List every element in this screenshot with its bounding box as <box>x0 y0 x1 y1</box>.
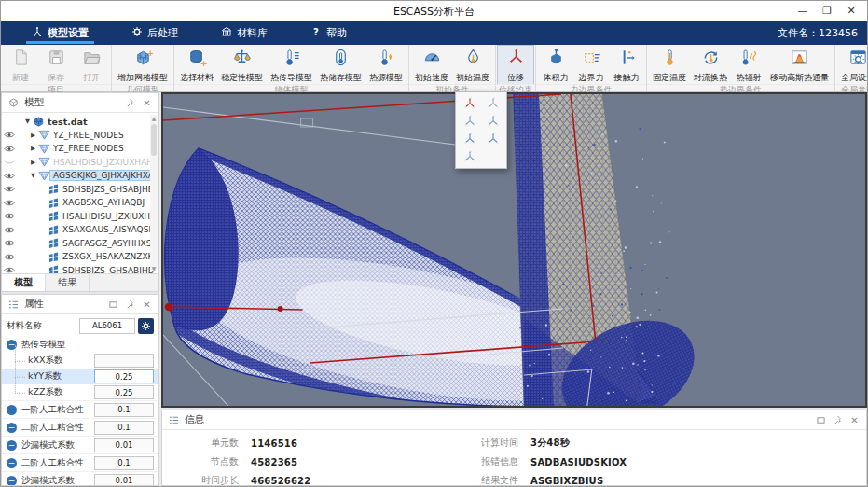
toolbar-button-label: 移动高斯热通量 <box>770 72 829 84</box>
collapse-minus-icon[interactable]: − <box>7 423 17 433</box>
property-value-field[interactable]: 0.25 <box>94 385 154 399</box>
toolbar-button-接触力[interactable]: 接触力 <box>609 46 644 84</box>
toolbar-button-初始速度[interactable]: 初始速度 <box>411 46 452 84</box>
expand-arrow-icon[interactable]: ▶ <box>29 145 37 152</box>
property-value-field[interactable]: 0.25 <box>94 369 154 383</box>
toolbar-button-全局设置[interactable]: 全局设置 <box>837 46 868 84</box>
tab-帮助[interactable]: ?帮助 <box>298 21 359 45</box>
material-settings-button[interactable] <box>138 318 154 334</box>
displacement-type-6[interactable] <box>481 132 504 146</box>
visibility-eye-icon[interactable] <box>2 131 16 139</box>
tree-item[interactable]: ▶HSALHDISU_JZXIUXHAHX <box>2 156 158 170</box>
pin-icon[interactable] <box>124 97 136 109</box>
tree-item[interactable]: XSAXGAUS_AISYAQSH_ASHX <box>2 223 158 237</box>
float-icon[interactable] <box>107 299 119 311</box>
scroll-down-icon[interactable]: ▼ <box>152 265 157 271</box>
grid-mesh-icon <box>47 184 60 194</box>
toolbar-button-位移[interactable]: 位移 <box>498 46 533 84</box>
displacement-type-1[interactable] <box>458 96 481 111</box>
tab-后处理[interactable]: 后处理 <box>119 21 190 45</box>
tab-模型设置[interactable]: 模型设置 <box>20 21 101 45</box>
property-value-field[interactable]: 0.1 <box>94 456 154 470</box>
thermal-store-icon <box>331 48 351 71</box>
toolbar-button-固定温度[interactable]: 固定温度 <box>649 46 690 84</box>
visibility-eye-icon[interactable] <box>2 226 16 234</box>
toolbar-button-热储存模型[interactable]: 热储存模型 <box>316 46 365 84</box>
pin-icon[interactable] <box>832 414 844 426</box>
maximize-button[interactable]: ❐ <box>815 1 839 21</box>
expand-arrow-icon[interactable]: ▶ <box>29 159 37 166</box>
tree-item[interactable]: SDHSBJZS_GHSABJHB_ZAHU <box>2 183 158 197</box>
displacement-type-5[interactable] <box>458 132 481 146</box>
close-icon[interactable]: ✕ <box>141 299 153 311</box>
expand-arrow-icon[interactable]: ▼ <box>29 172 37 179</box>
tree-item[interactable]: HSALHDISU_JZXIUXHAHX <box>2 210 158 224</box>
toolbar-button-选择材料[interactable]: +选择材料 <box>176 46 217 84</box>
pin-icon[interactable] <box>124 299 136 311</box>
scroll-up-icon[interactable]: ▲ <box>152 115 157 121</box>
displacement-type-4[interactable] <box>481 114 504 129</box>
visibility-eye-icon[interactable] <box>2 239 16 247</box>
displacement-type-7[interactable] <box>458 149 481 164</box>
collapse-minus-icon[interactable]: − <box>7 440 17 451</box>
property-value-field[interactable]: 0.01 <box>94 474 154 486</box>
toolbar-buttons: +选择材料稳定性模型热传导模型热储存模型热源模型 <box>174 45 408 84</box>
toolbar-button-初始温度[interactable]: 初始温度 <box>452 46 493 84</box>
property-label: 沙漏模式系数 <box>21 475 94 486</box>
tree-item[interactable]: ▶YZ_FREE_NODES <box>2 142 158 156</box>
toolbar-button-增加网格模型[interactable]: +增加网格模型 <box>114 46 172 84</box>
viewport-3d[interactable] <box>161 92 867 408</box>
tree-item[interactable]: SDHSBJZS_GHSABJHB_ZAHU <box>2 264 158 274</box>
toolbar-button-保存[interactable]: 保存 <box>38 46 74 84</box>
gear-icon <box>141 321 151 331</box>
collapse-minus-icon[interactable]: − <box>7 458 17 468</box>
close-button[interactable]: ✕ <box>839 1 863 21</box>
visibility-eye-icon[interactable] <box>2 185 16 193</box>
property-value-field[interactable]: 0.1 <box>94 421 154 435</box>
tree-scrollbar[interactable]: ▲▼ <box>150 115 158 271</box>
visibility-dim-icon[interactable] <box>2 158 16 166</box>
sidebar-tab-模型[interactable]: 模型 <box>2 274 46 291</box>
minimize-button[interactable]: — <box>791 1 815 21</box>
expand-arrow-icon[interactable]: ▶ <box>29 132 37 139</box>
tree-item[interactable]: ▼AGSGKJKG_GJHXAJKHXA <box>2 169 158 183</box>
float-icon[interactable] <box>815 414 827 426</box>
close-icon[interactable]: ✕ <box>848 414 861 426</box>
visibility-eye-icon[interactable] <box>2 199 16 207</box>
collapse-minus-icon[interactable]: − <box>7 405 17 415</box>
visibility-eye-icon[interactable] <box>2 145 16 153</box>
toolbar-button-边界力[interactable]: 边界力 <box>573 46 609 84</box>
visibility-eye-icon[interactable] <box>2 253 16 261</box>
collapse-minus-icon[interactable]: − <box>7 476 17 486</box>
toolbar-button-新建[interactable]: 新建 <box>3 46 38 84</box>
visibility-eye-icon[interactable] <box>2 172 16 180</box>
tree-item[interactable]: ▼test.dat <box>2 115 158 129</box>
property-value-field[interactable]: 0.1 <box>94 403 154 417</box>
expand-arrow-icon[interactable]: ▼ <box>23 118 32 125</box>
toolbar-button-稳定性模型[interactable]: 稳定性模型 <box>217 46 267 84</box>
visibility-eye-icon[interactable] <box>2 212 16 220</box>
toolbar-button-对流换热[interactable]: 对流换热 <box>690 46 731 84</box>
visibility-eye-icon[interactable] <box>2 266 16 273</box>
property-value-field[interactable]: AL6061 <box>79 318 135 334</box>
sidebar-tab-结果[interactable]: 结果 <box>46 274 90 291</box>
close-icon[interactable]: ✕ <box>141 97 153 109</box>
property-value-field[interactable] <box>94 354 154 368</box>
tab-材料库[interactable]: 材料库 <box>209 21 280 45</box>
toolbar-button-热辐射[interactable]: 热辐射 <box>731 46 766 84</box>
tri-mesh-icon <box>37 157 50 167</box>
tree-item[interactable]: ▶YZ_FREE_NODES <box>2 129 158 143</box>
displacement-type-3[interactable] <box>458 114 481 129</box>
toolbar-buttons: 全局设置 <box>835 45 868 84</box>
toolbar-button-热传导模型[interactable]: 热传导模型 <box>267 46 316 84</box>
toolbar-button-移动高斯热通量[interactable]: 移动高斯热通量 <box>766 46 833 84</box>
toolbar-button-体积力[interactable]: 体积力 <box>538 46 573 84</box>
toolbar-button-热源模型[interactable]: 热源模型 <box>365 46 406 84</box>
tree-item[interactable]: SAGFASGZ_ASYHHXSN <box>2 237 158 251</box>
property-value-field[interactable]: 0.01 <box>94 438 154 452</box>
displacement-type-2[interactable] <box>481 96 504 111</box>
tree-item[interactable]: ZSXGX_HSAKAZNZXK_AMASX <box>2 250 158 264</box>
toolbar-button-打开[interactable]: 打开 <box>74 46 109 84</box>
tree-item[interactable]: XAGBSXG_AYHAQBJ <box>2 196 158 210</box>
tri-mesh-icon <box>37 144 50 154</box>
